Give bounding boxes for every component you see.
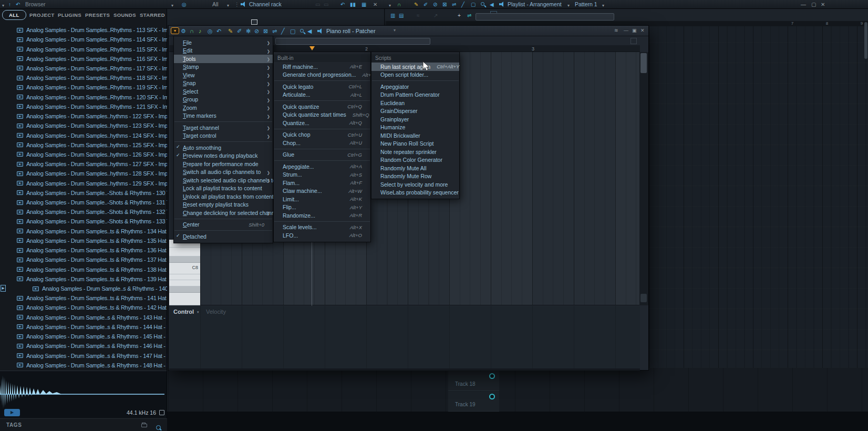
maximize-icon[interactable]: ▢ (811, 1, 816, 8)
list-item[interactable]: ▸Analog Samples - Drum Samples..hythms -… (0, 169, 167, 178)
list-item[interactable]: ▸Analog Samples - Drum Samples..Rhythms … (0, 73, 167, 83)
track-mute-button[interactable] (489, 373, 495, 379)
piano-keyboard[interactable]: C8 (169, 240, 200, 305)
list-item[interactable]: ▸Analog Samples - Drum Sample..s & Rhyth… (0, 313, 167, 322)
magnet-icon[interactable]: ∩ (190, 27, 194, 35)
stamp-icon[interactable]: ✎ (228, 27, 233, 35)
menu-item[interactable]: MIDI Brickwaller (371, 131, 459, 140)
list-item[interactable]: ▸Analog Samples - Drum Samples..hythms -… (0, 121, 167, 130)
list-item[interactable]: ▸Analog Samples - Drum Sample..s & Rhyth… (0, 332, 167, 341)
piano-roll-titlebar[interactable]: ▾ ⚙∩♪◎↶✎✐✻⊘⊠⇌╱▢◀ Piano roll - Patcher ▾ … (169, 26, 648, 36)
list-item[interactable]: ▸Analog Samples - Drum Samples..ts & Rhy… (0, 264, 167, 274)
menu-item[interactable]: View❯ (174, 71, 273, 79)
velocity-lane[interactable]: Control ▾ Velocity (169, 306, 640, 368)
menu-item[interactable]: Stamp❯ (174, 63, 273, 71)
minimize-icon[interactable]: — (801, 1, 806, 8)
swap-icon[interactable]: ⇌ (467, 12, 471, 19)
note-icon[interactable]: ♪ (199, 27, 202, 35)
list-item[interactable]: ▸Analog Samples - Drum Sample..-Shots & … (0, 207, 167, 217)
automation-view-icon[interactable]: ↗ (433, 12, 438, 19)
list-item[interactable]: ▸Analog Samples - Drum Samples..hythms -… (0, 111, 167, 121)
menu-item[interactable]: LFO...Alt+O (274, 231, 370, 240)
track-header[interactable]: Track 18 (448, 371, 499, 391)
list-item[interactable]: ▸Analog Samples - Drum Samples..hythms -… (0, 150, 167, 159)
menu-item[interactable]: Randomly Mute All (371, 164, 459, 172)
grid-view-icon[interactable]: ▥ (390, 12, 395, 19)
chevron-down-icon[interactable]: ▾ (197, 310, 199, 314)
menu-item[interactable]: Random Color Generator (371, 156, 459, 165)
menu-item[interactable]: Unlock all playlist tracks from content (174, 192, 273, 201)
menu-item[interactable]: Quantize...Alt+Q (274, 119, 370, 127)
menu-item[interactable]: Select❯ (174, 87, 273, 96)
menu-item[interactable]: Time markers❯ (174, 112, 273, 120)
menu-item[interactable]: Zoom❯ (174, 104, 273, 112)
tab-project[interactable]: PROJECT (29, 12, 55, 18)
list-item[interactable]: ▸Analog Samples - Drum Samples..ts & Rhy… (0, 245, 167, 255)
track-header[interactable]: Track 19 (448, 392, 499, 412)
menu-item[interactable]: Randomly Mute Row (371, 172, 459, 181)
tab-all[interactable]: ALL (2, 10, 26, 20)
menu-item[interactable]: Arpeggiate...Alt+A (274, 162, 370, 171)
paint-icon[interactable]: ✐ (423, 1, 428, 8)
playlist-grid[interactable] (649, 26, 868, 412)
tab-starred[interactable]: STARRED (140, 12, 165, 18)
menu-item[interactable]: Switch all audio clip channels to❯ (174, 168, 273, 177)
menu-item[interactable]: File❯ (174, 38, 273, 47)
menu-item[interactable]: Reset empty playlist tracks (174, 201, 273, 209)
menu-item[interactable]: Select by velocity and more (371, 180, 459, 189)
menu-item[interactable]: Switch selected audio clip channels to❯ (174, 176, 273, 184)
list-item[interactable]: ▸Analog Samples - Drum Sample..-Shots & … (0, 217, 167, 226)
piano-roll-menu-button[interactable]: ▾ (171, 27, 179, 34)
menu-item[interactable]: Humanize (371, 124, 459, 132)
list-item[interactable]: ▸Analog Samples - Drum Samples..hythms -… (0, 159, 167, 169)
list-item[interactable]: ▸Analog Samples - Drum Samples..Rhythms … (0, 54, 167, 64)
list-item[interactable]: ▸Analog Samples - Drum Samples..Rhythms … (0, 25, 167, 35)
close-icon[interactable]: ✕ (640, 28, 645, 33)
pin-icon[interactable]: ▭ (324, 1, 328, 8)
chevron-down-icon[interactable]: ▾ (394, 28, 396, 33)
undo-icon[interactable]: ↶ (216, 27, 221, 35)
menu-item[interactable]: Lock all playlist tracks to content (174, 184, 273, 193)
menu-item[interactable]: Limit...Alt+K (274, 195, 370, 203)
menu-item[interactable]: ✓Detached (174, 232, 273, 241)
channel-filter-dropdown[interactable]: All (212, 1, 219, 8)
step-cell[interactable] (251, 19, 257, 25)
list-item[interactable]: ▸Analog Samples - Drum Samples..ts & Rhy… (0, 227, 167, 236)
list-item[interactable]: ▸Analog Samples - Drum Samples..Rhythms … (0, 102, 167, 111)
playlist-title[interactable]: Playlist - Arrangement (508, 1, 562, 8)
menu-item[interactable]: Strum...Alt+S (274, 171, 370, 179)
close-icon[interactable]: ✕ (821, 1, 825, 8)
list-item[interactable]: ▸Analog Samples - Drum Samples..Rhythms … (0, 93, 167, 102)
add-icon[interactable]: + (458, 12, 461, 19)
graph-editor-icon[interactable]: ▮▮ (350, 1, 356, 8)
list-item[interactable]: ▸Analog Samples - Drum Samples..hythms -… (0, 130, 167, 140)
delete-icon[interactable]: ⊘ (254, 27, 259, 35)
dots-icon[interactable]: ⋮ (234, 1, 240, 8)
slide-icon[interactable]: ◎ (208, 27, 213, 35)
menu-item[interactable]: ✓Preview notes during playback (174, 152, 273, 160)
menu-item[interactable]: Prepare for performance mode (174, 160, 273, 168)
menu-item[interactable]: Snap❯ (174, 79, 273, 88)
menu-item[interactable]: GrainDisperser (371, 107, 459, 116)
maximize-icon[interactable]: ▣ (632, 28, 637, 33)
paint-icon[interactable]: ✐ (237, 27, 242, 35)
list-item[interactable]: ▸Analog Samples - Drum Sample..s & Rhyth… (0, 284, 167, 293)
slip-icon[interactable]: ⇌ (272, 27, 277, 35)
list-item[interactable]: ▸Analog Samples - Drum Sample..s & Rhyth… (0, 351, 167, 360)
menu-item[interactable]: Randomize...Alt+R (274, 211, 370, 220)
list-item[interactable]: ▸Analog Samples - Drum Samples..ts & Rhy… (0, 274, 167, 284)
menu-item[interactable]: Chop...Alt+U (274, 139, 370, 147)
magnet-icon[interactable]: ∩ (397, 1, 401, 8)
detach-icon[interactable]: ▭ (315, 1, 320, 8)
list-item[interactable]: ▸Analog Samples - Drum Samples..Rhythms … (0, 64, 167, 73)
menu-item[interactable]: ✓Auto smoothing (174, 143, 273, 152)
menu-item[interactable]: Tools❯ (174, 55, 273, 63)
mute-icon[interactable]: ⊠ (263, 27, 268, 35)
tab-presets[interactable]: PRESETS (85, 12, 110, 18)
slice-icon[interactable]: ╱ (281, 27, 285, 35)
menu-item[interactable]: Euclidean (371, 99, 459, 107)
undo-icon[interactable]: ↶ (16, 1, 20, 8)
track-mute-button[interactable] (489, 394, 495, 399)
select-icon[interactable]: ▢ (290, 27, 295, 35)
menu-item[interactable]: Quick quantizeCtrl+Q (274, 102, 370, 111)
